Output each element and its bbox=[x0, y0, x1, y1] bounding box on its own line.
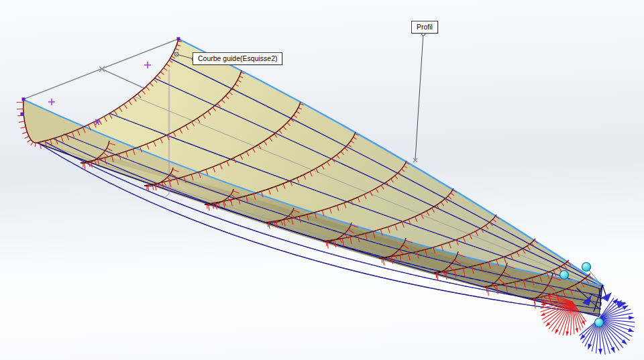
callout-profil[interactable]: Profil bbox=[411, 21, 438, 34]
hull-surface[interactable] bbox=[23, 39, 604, 316]
loft-connector-handle[interactable] bbox=[582, 263, 591, 272]
loft-connector-handle[interactable] bbox=[595, 318, 604, 327]
callout-profil-label: Profil bbox=[417, 23, 433, 31]
callout-courbe-guide[interactable]: Courbe guide(Esquisse2) bbox=[193, 52, 282, 65]
callout-courbe-guide-label: Courbe guide(Esquisse2) bbox=[198, 54, 277, 62]
loft-connector-handle[interactable] bbox=[560, 271, 569, 280]
loft-3d-scene[interactable] bbox=[0, 0, 644, 360]
solidworks-graphics-area[interactable]: Profil Courbe guide(Esquisse2) bbox=[0, 0, 644, 360]
